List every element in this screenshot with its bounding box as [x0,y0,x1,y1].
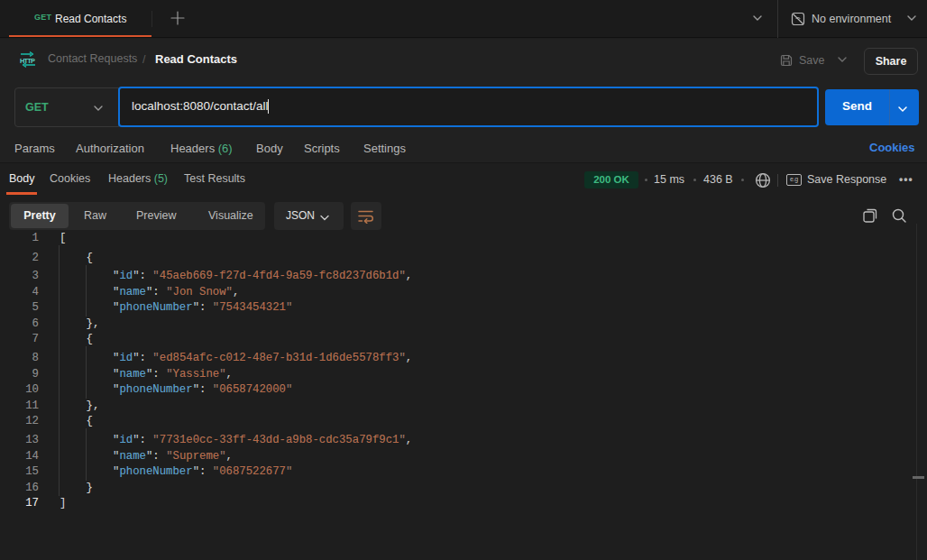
svg-text:HTTP: HTTP [20,57,35,65]
